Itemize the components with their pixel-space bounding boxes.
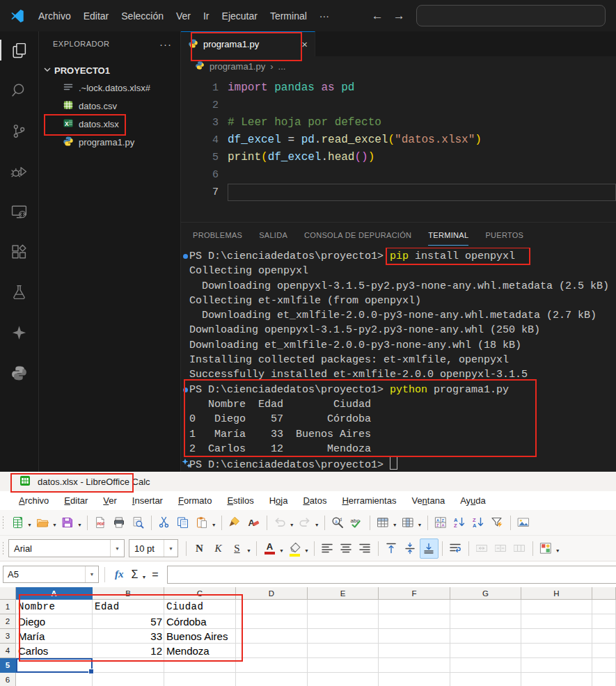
cell-G1[interactable] — [450, 600, 521, 614]
insert-row-button[interactable] — [374, 513, 393, 533]
spreadsheet[interactable]: ABCDEFGH1NombreEdadCiudad2Diego57Córdoba… — [0, 587, 616, 686]
print-button[interactable] — [110, 513, 129, 533]
cell-x2[interactable] — [592, 614, 616, 629]
copy-button[interactable] — [174, 513, 193, 533]
print-preview-button[interactable] — [129, 513, 148, 533]
calc-menu-insertar[interactable]: Insertar — [125, 493, 171, 508]
cell-A3[interactable]: María — [16, 629, 93, 644]
underline-dropdown-icon[interactable]: ▼ — [246, 548, 251, 553]
save-button[interactable] — [58, 513, 77, 533]
panel-tab-consola-de-depuraci-n[interactable]: CONSOLA DE DEPURACIÓN — [304, 231, 411, 239]
align-center-button[interactable] — [337, 539, 356, 559]
cell-x5[interactable] — [592, 658, 616, 673]
calc-menu-archivo[interactable]: Archivo — [11, 493, 56, 508]
sort-ascending-button[interactable]: AZ — [450, 513, 469, 533]
cell-F2[interactable] — [379, 614, 450, 629]
font-name-combo[interactable]: Arial▼ — [8, 539, 125, 557]
menu-item-ver[interactable]: Ver — [170, 8, 197, 24]
clone-formatting-button[interactable] — [226, 513, 244, 533]
panel-tab-terminal[interactable]: TERMINAL — [428, 231, 468, 239]
function-wizard-button[interactable]: fx — [111, 568, 128, 580]
menu-item-terminal[interactable]: Terminal — [264, 8, 313, 24]
activity-explorer-icon[interactable] — [0, 37, 38, 63]
italic-button[interactable]: K — [209, 539, 228, 559]
column-header-c[interactable]: C — [164, 587, 236, 600]
sheet-corner[interactable] — [0, 587, 16, 600]
cell-x6[interactable] — [592, 673, 616, 686]
cell-x3[interactable] — [592, 629, 616, 644]
menu-item-archivo[interactable]: Archivo — [32, 8, 77, 24]
row-header-5[interactable]: 5 — [0, 658, 16, 673]
cell-D1[interactable] — [236, 600, 308, 614]
cell-C6[interactable] — [164, 673, 236, 686]
cell-D5[interactable] — [236, 658, 308, 673]
cell-G5[interactable] — [450, 658, 521, 673]
find-replace-button[interactable]: ad — [329, 513, 347, 533]
cell-C5[interactable] — [164, 658, 236, 673]
formula-button[interactable]: = — [148, 568, 162, 581]
cell-F5[interactable] — [379, 658, 450, 673]
chevron-down-icon[interactable]: ▼ — [164, 540, 177, 557]
align-left-button[interactable] — [318, 539, 337, 559]
cell-B4[interactable]: 12 — [93, 644, 164, 658]
sum-dropdown-icon[interactable]: ▼ — [141, 575, 146, 580]
calc-menu-editar[interactable]: Editar — [56, 493, 95, 508]
cell-G4[interactable] — [450, 644, 521, 658]
calc-menu-herramientas[interactable]: Herramientas — [334, 493, 404, 508]
insert-image-button[interactable] — [514, 513, 533, 533]
cell-H3[interactable] — [521, 629, 592, 644]
new-spreadsheet-button[interactable] — [8, 513, 27, 533]
cell-D4[interactable] — [236, 644, 308, 658]
panel-tab-puertos[interactable]: PUERTOS — [485, 231, 523, 239]
valign-center-button[interactable] — [401, 539, 420, 559]
column-header-e[interactable]: E — [308, 587, 379, 600]
sidebar-folder-proyecto1[interactable]: PROYECTO1 — [39, 62, 180, 79]
panel-tab-salida[interactable]: SALIDA — [259, 231, 287, 239]
cell-C2[interactable]: Córdoba — [164, 614, 236, 629]
sidebar-item-datos-csv[interactable]: datos.csv — [39, 97, 180, 115]
cell-E3[interactable] — [308, 629, 379, 644]
cell-A2[interactable]: Diego — [16, 614, 93, 629]
activity-run-debug-icon[interactable] — [0, 158, 38, 184]
insert-column-dropdown-icon[interactable]: ▼ — [418, 523, 422, 527]
activity-testing-icon[interactable] — [0, 279, 38, 305]
paste-button[interactable] — [193, 513, 212, 533]
cell-G2[interactable] — [450, 614, 521, 629]
name-box-dropdown-icon[interactable]: ▼ — [85, 566, 98, 582]
cell-A4[interactable]: Carlos — [16, 644, 93, 658]
command-search-input[interactable] — [416, 5, 606, 26]
cell-H5[interactable] — [521, 658, 592, 673]
conditional-formatting-button[interactable] — [537, 539, 555, 559]
valign-bottom-button[interactable] — [420, 539, 439, 559]
cell-H6[interactable] — [521, 673, 592, 686]
chevron-down-icon[interactable]: ▼ — [110, 540, 124, 557]
cut-button[interactable] — [155, 513, 174, 533]
wrap-text-button[interactable] — [446, 539, 465, 559]
column-header-a[interactable]: A — [16, 587, 93, 600]
calc-menu-estilos[interactable]: Estilos — [219, 493, 261, 508]
sidebar-item-programa1-py[interactable]: programa1.py — [39, 133, 180, 151]
row-header-3[interactable]: 3 — [0, 629, 16, 644]
activity-remote-explorer-icon[interactable] — [0, 198, 38, 225]
column-header-g[interactable]: G — [450, 587, 521, 600]
cell-G6[interactable] — [450, 673, 521, 686]
calc-menu-datos[interactable]: Datos — [295, 493, 334, 508]
spelling-button[interactable]: abc — [347, 513, 366, 533]
cell-B3[interactable]: 33 — [93, 629, 164, 644]
cell-F1[interactable] — [379, 600, 450, 614]
nav-forward-icon[interactable]: → — [393, 9, 405, 23]
font-size-combo[interactable]: 10 pt▼ — [129, 539, 178, 557]
tab-close-icon[interactable]: × — [301, 38, 308, 50]
cell-E6[interactable] — [308, 673, 379, 686]
sum-button[interactable]: Σ — [128, 568, 142, 581]
cell-H1[interactable] — [521, 600, 592, 614]
cell-G3[interactable] — [450, 629, 521, 644]
paste-dropdown-icon[interactable]: ▼ — [212, 523, 216, 527]
code-editor[interactable]: 1import pandas as pd23# Leer hoja por de… — [181, 76, 616, 222]
cell-H4[interactable] — [521, 644, 592, 658]
align-right-button[interactable] — [356, 539, 374, 559]
panel-tab-problemas[interactable]: PROBLEMAS — [193, 231, 242, 239]
activity-source-control-icon[interactable] — [0, 118, 38, 144]
valign-top-button[interactable] — [382, 539, 401, 559]
cell-E5[interactable] — [308, 658, 379, 673]
